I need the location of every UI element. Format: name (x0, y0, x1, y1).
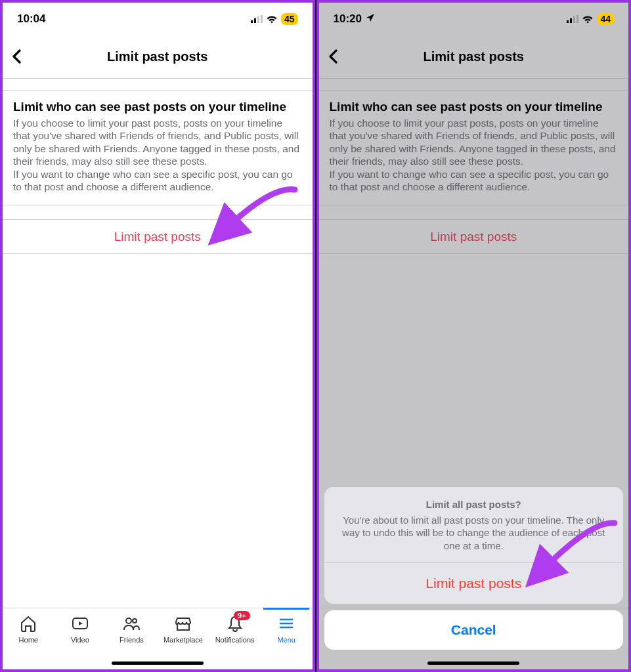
status-bar: 10:04 45 (3, 3, 313, 35)
navbar: Limit past posts (319, 35, 629, 79)
sheet-message: You're about to limit all past posts on … (340, 514, 608, 553)
notifications-badge: 9+ (234, 611, 250, 620)
navbar: Limit past posts (3, 35, 313, 79)
back-button[interactable] (328, 46, 337, 68)
tab-video[interactable]: Video (57, 614, 103, 669)
tab-home[interactable]: Home (5, 614, 51, 669)
svg-rect-3 (261, 15, 263, 23)
svg-rect-10 (567, 20, 569, 23)
section-desc-a: If you choose to limit your past posts, … (13, 117, 302, 168)
wifi-icon (266, 15, 278, 24)
location-icon (366, 12, 375, 26)
svg-rect-2 (257, 16, 259, 23)
status-time: 10:04 (17, 12, 45, 26)
wifi-icon (582, 15, 594, 24)
sheet-title: Limit all past posts? (340, 499, 608, 510)
tab-menu[interactable]: Menu (263, 614, 309, 669)
action-sheet: Limit all past posts? You're about to li… (324, 487, 624, 604)
section-title: Limit who can see past posts on your tim… (330, 100, 619, 114)
svg-rect-0 (251, 20, 253, 23)
marketplace-icon (173, 614, 193, 633)
video-icon (70, 614, 90, 633)
status-bar: 10:20 44 (319, 3, 629, 35)
section-desc-a: If you choose to limit your past posts, … (330, 117, 619, 168)
back-button[interactable] (12, 46, 21, 68)
limit-past-posts-button[interactable]: Limit past posts (3, 220, 313, 254)
signal-icon (567, 15, 578, 23)
menu-icon (276, 614, 296, 633)
section-title: Limit who can see past posts on your tim… (13, 100, 302, 114)
svg-point-6 (133, 619, 137, 623)
svg-rect-13 (577, 15, 578, 23)
svg-point-5 (126, 618, 131, 623)
battery-level: 45 (281, 13, 298, 25)
section-desc-b: If you want to change who can see a spec… (13, 168, 302, 194)
home-indicator (112, 662, 204, 665)
info-section: Limit who can see past posts on your tim… (319, 91, 629, 205)
signal-icon (251, 15, 263, 23)
phone-left: 10:04 45 Limit past posts Limit who can … (0, 0, 315, 672)
home-indicator (427, 662, 519, 665)
battery-level: 44 (597, 13, 614, 25)
home-icon (18, 614, 38, 633)
tab-bar: Home Video Friends Marketplace 9+ Noti (3, 608, 313, 669)
svg-rect-12 (573, 16, 575, 23)
friends-icon (121, 614, 141, 633)
sheet-confirm-button[interactable]: Limit past posts (324, 563, 624, 604)
svg-rect-11 (570, 18, 572, 23)
phone-right: 10:20 44 Limit past posts Limit who can … (316, 0, 632, 672)
svg-rect-1 (254, 18, 256, 23)
info-section: Limit who can see past posts on your tim… (3, 91, 313, 205)
nav-title: Limit past posts (107, 49, 207, 64)
status-time: 10:20 (334, 12, 362, 26)
limit-past-posts-button[interactable]: Limit past posts (319, 220, 629, 254)
nav-title: Limit past posts (424, 49, 524, 64)
tab-notifications[interactable]: 9+ Notifications (212, 614, 258, 669)
sheet-cancel-button[interactable]: Cancel (324, 610, 624, 650)
section-desc-b: If you want to change who can see a spec… (330, 168, 619, 194)
